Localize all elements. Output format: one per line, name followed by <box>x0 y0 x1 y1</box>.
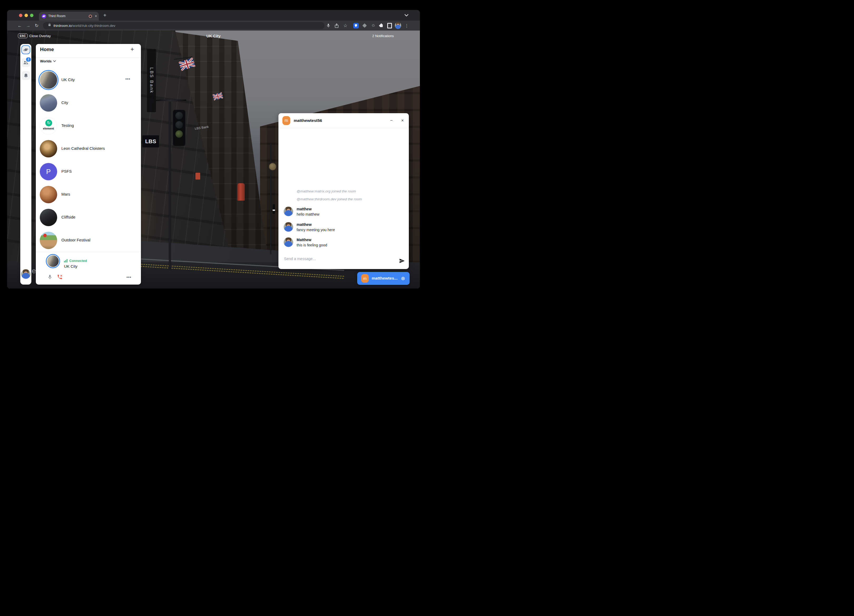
divider <box>36 252 141 252</box>
planet-icon <box>23 47 29 52</box>
side-panel-icon[interactable] <box>386 22 393 29</box>
footer-more-button[interactable]: ••• <box>127 275 131 279</box>
extension-diamond-icon[interactable] <box>361 22 368 29</box>
reload-button[interactable]: ↻ <box>34 23 40 29</box>
message-avatar <box>284 222 293 232</box>
street-pole <box>270 144 271 254</box>
world-row-city[interactable]: City <box>36 91 141 114</box>
extensions-puzzle-icon[interactable] <box>378 22 384 29</box>
forward-button[interactable]: → <box>25 23 31 29</box>
tab-recording-indicator-icon <box>89 15 92 18</box>
world-avatar-element: ↻ element <box>40 117 57 134</box>
traffic-light-pole <box>169 102 171 270</box>
world-avatar-outdoor-festival <box>40 232 57 249</box>
thirdroom-viewport[interactable]: LBS Bank LBS LBS Bank <box>7 30 420 289</box>
chat-event-joined: @matthew:thirdroom.dev joined the room <box>297 197 362 201</box>
url-host: thirdroom.io <box>53 24 72 27</box>
voice-search-icon[interactable] <box>325 22 331 29</box>
tab-third-room[interactable]: Third Room × <box>39 12 99 21</box>
traffic-light-close[interactable] <box>19 14 22 17</box>
world-avatar-uk-city <box>40 71 57 89</box>
home-panel-title: Home <box>40 47 54 52</box>
call-pill-label: matthewtes... <box>372 276 398 281</box>
send-message-button[interactable] <box>398 257 406 264</box>
address-bar[interactable]: thirdroom.io/world/#uk-city:thirdroom.de… <box>43 22 325 29</box>
tab-strip: Third Room × + <box>7 10 420 21</box>
world-row-leon[interactable]: Leon Cathedral Cloisters <box>36 137 141 160</box>
tab-close-icon[interactable]: × <box>93 14 98 18</box>
chevron-down-icon <box>53 60 56 62</box>
traffic-light-zoom[interactable] <box>30 14 34 17</box>
lbs-bank-vertical-sign: LBS Bank <box>147 49 156 112</box>
user-avatar[interactable] <box>21 269 30 279</box>
red-wall-postbox <box>195 173 200 179</box>
chat-minimize-button[interactable]: − <box>388 117 395 124</box>
url-path: /world/#uk-city:thirdroom.dev <box>72 24 115 27</box>
divider <box>278 128 409 128</box>
lbs-plaque-sign: LBS <box>142 135 159 148</box>
hangup-button[interactable] <box>56 274 63 280</box>
message-text: this is feeling good <box>297 243 327 247</box>
share-icon[interactable] <box>334 22 340 29</box>
bollard <box>273 204 275 214</box>
new-tab-button[interactable]: + <box>102 13 108 18</box>
friends-badge: 2 <box>26 57 31 62</box>
home-panel: Home + Worlds UK City ••• City ↻ element <box>36 44 141 284</box>
browser-menu-kebab-icon[interactable]: ⋮ <box>404 22 410 29</box>
world-row-uk-city[interactable]: UK City ••• <box>36 69 141 91</box>
microphone-button[interactable] <box>46 274 53 280</box>
chat-close-button[interactable]: × <box>400 117 406 124</box>
tab-search-chevron-icon[interactable] <box>405 14 408 17</box>
bitwarden-extension-icon[interactable] <box>353 22 359 29</box>
thirdroom-favicon <box>42 14 46 18</box>
chat-message-input[interactable] <box>284 253 390 264</box>
street-sign-icon <box>269 163 277 170</box>
world-avatar-cliffside <box>40 209 57 226</box>
back-button[interactable]: ← <box>17 23 23 29</box>
rail-worlds-button[interactable] <box>21 45 30 54</box>
divider <box>36 58 141 58</box>
active-call-pill[interactable]: m matthewtes... ⊗ <box>357 272 410 285</box>
connected-world-name: UK City <box>64 264 78 269</box>
traffic-light-icon <box>172 110 186 146</box>
browser-toolbar: ← → ↻ thirdroom.io/world/#uk-city:thirdr… <box>7 21 420 30</box>
traffic-light-minimize[interactable] <box>24 14 28 17</box>
world-row-outdoor-festival[interactable]: Outdoor Festival <box>36 229 141 252</box>
message-text: hello matthew <box>297 212 319 216</box>
world-title: UK City <box>7 34 420 38</box>
world-avatar-psfs: P <box>40 163 57 180</box>
rail-friends-button[interactable]: 2 <box>21 58 30 67</box>
world-row-cliffside[interactable]: Cliffside <box>36 206 141 229</box>
create-world-button[interactable]: + <box>128 46 136 53</box>
chat-room-title: matthewtest56 <box>294 118 322 123</box>
message-sender: matthew <box>297 207 312 211</box>
world-row-psfs[interactable]: P PSFS <box>36 160 141 183</box>
call-pill-close-icon[interactable]: ⊗ <box>401 275 405 281</box>
recycle-extension-icon[interactable]: ♻ <box>370 22 377 29</box>
rail-notifications-button[interactable] <box>21 71 30 80</box>
world-more-button[interactable]: ••• <box>125 77 130 81</box>
signal-bars-icon <box>64 259 67 262</box>
element-logo-icon: ↻ <box>45 120 52 126</box>
chat-room-avatar: m <box>282 116 290 125</box>
call-pill-avatar: m <box>361 274 369 283</box>
message-avatar <box>284 207 293 216</box>
notifications-count[interactable]: 2 Notifications <box>372 34 394 38</box>
message-avatar <box>284 237 293 247</box>
world-avatar-leon <box>40 140 57 157</box>
message-sender: matthew <box>297 222 312 227</box>
send-icon <box>399 258 405 264</box>
browser-window: Third Room × + ← → ↻ thirdroom.io/world/… <box>7 10 420 289</box>
world-row-mars[interactable]: Mars <box>36 183 141 206</box>
connection-status: Connected <box>64 259 87 263</box>
world-avatar-mars <box>40 186 57 203</box>
connected-world-avatar[interactable] <box>47 256 59 267</box>
bookmark-star-icon[interactable]: ☆ <box>342 22 349 29</box>
lock-icon[interactable] <box>49 24 50 26</box>
profile-avatar[interactable] <box>395 22 401 29</box>
world-row-testing[interactable]: ↻ element Testing <box>36 114 141 137</box>
message-sender: Matthew <box>297 238 311 242</box>
worlds-section-toggle[interactable]: Worlds <box>40 59 56 63</box>
chat-event-joined: @matthew:matrix.org joined the room <box>297 189 356 193</box>
world-avatar-city <box>40 94 57 112</box>
